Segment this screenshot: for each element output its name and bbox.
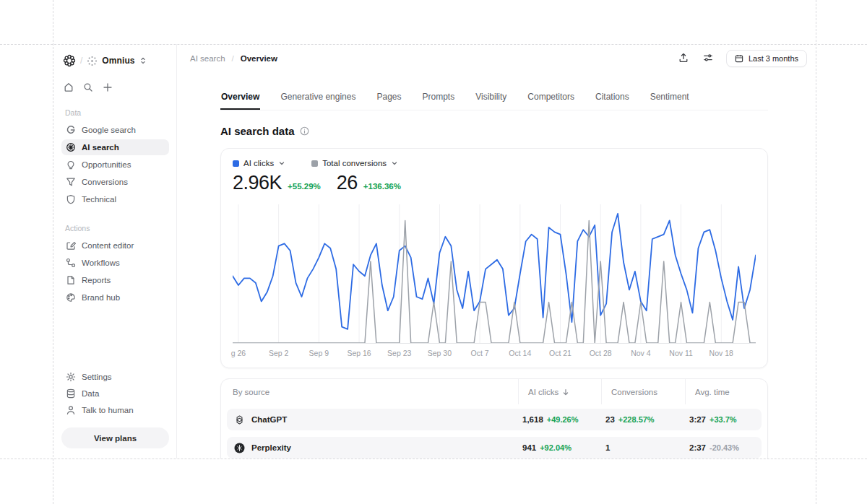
topbar: AI search / Overview	[177, 44, 816, 73]
google-g-icon	[66, 125, 76, 135]
legend-total-conversions[interactable]: Total conversions	[311, 159, 398, 168]
chart-legend: AI clicks Total conversions	[233, 159, 756, 168]
sidebar-item-workflows[interactable]: Workflows	[61, 255, 169, 271]
sidebar-item-google-search[interactable]: Google search	[61, 122, 169, 138]
shield-icon	[66, 194, 76, 204]
person-icon	[66, 405, 76, 415]
chevron-updown-icon	[139, 57, 147, 64]
total-conversions-value: 26	[337, 172, 358, 194]
app-window: / Omnius	[53, 44, 816, 459]
database-icon	[66, 388, 76, 399]
tab-pages[interactable]: Pages	[376, 92, 402, 110]
export-icon	[678, 53, 689, 63]
ai-search-chart-card: AI clicks Total conversions	[220, 148, 768, 368]
x-tick-label: Nov 11	[669, 349, 693, 357]
info-icon[interactable]	[300, 126, 309, 136]
table-row-perplexity[interactable]: Perplexity 941+92.04% 1 2:37-20.43%	[227, 437, 762, 459]
x-tick-label: Nov 4	[631, 349, 650, 357]
tab-generative-engines[interactable]: Generative engines	[280, 92, 356, 110]
ai-clicks-delta: +55.29%	[288, 182, 321, 191]
sidebar-item-ai-search[interactable]: AI search	[61, 139, 169, 155]
funnel-icon	[66, 177, 76, 187]
tab-sentiment[interactable]: Sentiment	[650, 92, 690, 110]
nav-group-label-actions: Actions	[65, 224, 169, 233]
x-tick-label: Oct 21	[549, 349, 571, 357]
app-logo-icon	[63, 54, 76, 67]
date-range-button[interactable]: Last 3 months	[726, 50, 807, 67]
filters-button[interactable]	[702, 51, 715, 66]
search-icon[interactable]	[83, 82, 93, 92]
time-delta: +33.7%	[709, 415, 737, 424]
table-body: ChatGPT 1,618+49.26% 23+228.57% 3:27+33.…	[221, 404, 767, 459]
layout-guide-right	[816, 0, 816, 504]
plus-icon[interactable]	[103, 82, 113, 92]
tab-citations[interactable]: Citations	[595, 92, 630, 110]
export-button[interactable]	[677, 51, 690, 66]
sidebar-item-reports[interactable]: Reports	[61, 272, 169, 288]
sidebar-item-talk-to-human[interactable]: Talk to human	[61, 402, 169, 418]
col-avg-time[interactable]: Avg. time	[685, 379, 768, 404]
workflow-icon	[66, 258, 76, 268]
sliders-icon	[703, 53, 713, 63]
perplexity-logo-icon	[234, 443, 245, 453]
col-ai-clicks[interactable]: AI clicks	[518, 379, 601, 404]
breadcrumb-parent[interactable]: AI search	[190, 54, 225, 63]
document-icon	[66, 275, 76, 285]
tab-visibility[interactable]: Visibility	[475, 92, 507, 110]
tab-overview[interactable]: Overview	[220, 92, 260, 110]
col-conversions[interactable]: Conversions	[601, 379, 685, 404]
sidebar-item-content-editor[interactable]: Content editor	[61, 238, 169, 253]
breadcrumb-separator: /	[232, 54, 234, 63]
workspace-switcher[interactable]: / Omnius	[61, 54, 169, 67]
sidebar-item-opportunities[interactable]: Opportunities	[61, 157, 169, 173]
tab-bar: Overview Generative engines Pages Prompt…	[220, 92, 768, 110]
sidebar-item-brand-hub[interactable]: Brand hub	[61, 290, 169, 305]
table-header: By source AI clicks Conversions Avg. tim…	[221, 379, 767, 404]
home-icon[interactable]	[64, 82, 74, 92]
view-plans-button[interactable]: View plans	[61, 427, 169, 448]
main-area: AI search / Overview	[177, 44, 816, 459]
layout-guide-bottom	[0, 459, 867, 459]
time-delta: -20.43%	[709, 443, 739, 452]
x-tick-label: Nov 18	[709, 349, 733, 357]
ai-clicks-value: 2.96K	[233, 172, 282, 194]
x-tick-label: Sep 9	[309, 349, 329, 357]
x-tick-label: Sep 23	[387, 349, 411, 357]
sidebar-item-settings[interactable]: Settings	[61, 369, 169, 385]
chatgpt-logo-icon	[234, 414, 245, 425]
tab-competitors[interactable]: Competitors	[527, 92, 575, 110]
total-conversions-delta: +136.36%	[363, 182, 401, 191]
nav-group-label-data: Data	[65, 108, 169, 117]
breadcrumb-slash: /	[80, 56, 82, 66]
chart-x-axis: g 26Sep 2Sep 9Sep 16Sep 23Sep 30Oct 7Oct…	[233, 347, 756, 360]
table-row-chatgpt[interactable]: ChatGPT 1,618+49.26% 23+228.57% 3:27+33.…	[227, 409, 762, 430]
sidebar: / Omnius	[53, 44, 177, 459]
workspace-icon	[87, 56, 98, 66]
ai-search-chart: g 26Sep 2Sep 9Sep 16Sep 23Sep 30Oct 7Oct…	[233, 204, 756, 360]
chevron-down-icon	[278, 160, 285, 167]
edit-icon	[66, 240, 76, 251]
sidebar-footer: Settings Data Talk to human View plans	[61, 368, 169, 448]
total-conversions-swatch	[311, 160, 318, 167]
calendar-icon	[735, 54, 743, 63]
sidebar-item-conversions[interactable]: Conversions	[61, 174, 169, 190]
x-tick-label: Sep 2	[269, 349, 288, 357]
ai-clicks-swatch	[233, 160, 239, 167]
x-tick-label: Oct 28	[590, 349, 612, 357]
ai-search-icon	[66, 142, 76, 152]
palette-icon	[66, 292, 76, 303]
sidebar-item-technical[interactable]: Technical	[61, 191, 169, 207]
tab-prompts[interactable]: Prompts	[421, 92, 455, 110]
gear-icon	[66, 372, 76, 382]
breadcrumb-current: Overview	[241, 54, 277, 63]
legend-ai-clicks[interactable]: AI clicks	[233, 159, 285, 168]
workspace-name: Omnius	[102, 56, 134, 66]
date-range-label: Last 3 months	[749, 54, 798, 63]
clicks-delta: +49.26%	[547, 415, 579, 424]
page-content: Overview Generative engines Pages Prompt…	[177, 73, 816, 459]
x-tick-label: g 26	[231, 349, 246, 357]
sort-desc-icon	[562, 388, 569, 396]
design-canvas: / Omnius	[0, 0, 867, 504]
sidebar-item-data[interactable]: Data	[61, 386, 169, 401]
conversions-delta: +228.57%	[618, 415, 655, 424]
